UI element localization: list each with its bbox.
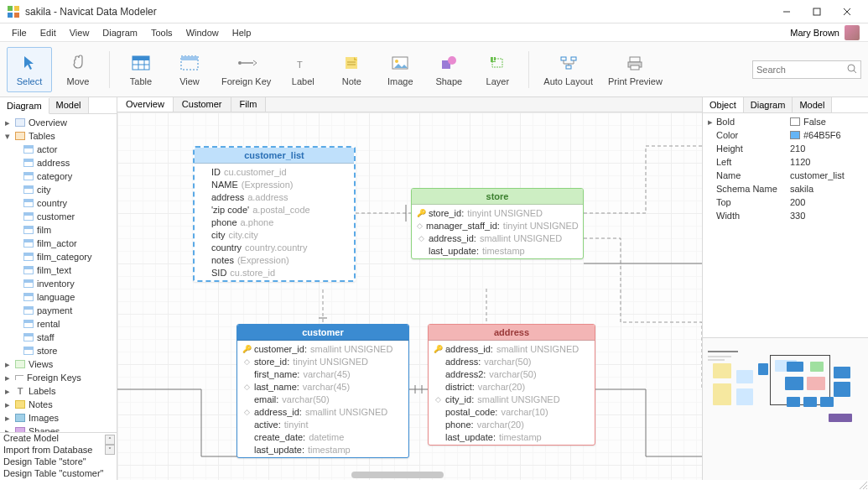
menu-diagram[interactable]: Diagram: [96, 26, 144, 39]
tree-table-item[interactable]: film_actor: [0, 237, 117, 250]
prop-width[interactable]: Width330: [703, 209, 868, 222]
diagram-canvas[interactable]: customer_list ID cu.customer_idNAME (Exp…: [117, 112, 702, 480]
field-row[interactable]: last_update: timestamp: [434, 430, 590, 443]
field-row[interactable]: ◇manager_staff_id: tinyint UNSIGNED: [417, 219, 578, 232]
field-row[interactable]: notes (Expression): [200, 253, 349, 266]
entity-address[interactable]: address 🔑address_id: smallint UNSIGNEDad…: [428, 324, 595, 446]
tree-table-item[interactable]: language: [0, 290, 117, 304]
tree-table-item[interactable]: country: [0, 196, 117, 210]
tree-table-item[interactable]: category: [0, 169, 117, 183]
prop-left[interactable]: Left1120: [703, 155, 868, 169]
tree-table-item[interactable]: customer: [0, 210, 117, 223]
entity-customer[interactable]: customer 🔑customer_id: smallint UNSIGNED…: [236, 324, 409, 458]
canvas-tab-overview[interactable]: Overview: [117, 97, 174, 112]
action-design-store[interactable]: Design Table "store": [0, 456, 117, 468]
field-row[interactable]: 'zip code' a.postal_code: [200, 203, 349, 216]
field-row[interactable]: address a.address: [200, 190, 349, 203]
entity-customer-list[interactable]: customer_list ID cu.customer_idNAME (Exp…: [193, 146, 356, 282]
tree-table-item[interactable]: inventory: [0, 277, 117, 290]
tree-table-item[interactable]: store: [0, 344, 117, 357]
field-row[interactable]: NAME (Expression): [200, 178, 349, 190]
canvas-tab-customer[interactable]: Customer: [174, 97, 231, 112]
tool-auto-layout[interactable]: Auto Layout: [538, 47, 599, 92]
action-design-customer[interactable]: Design Table "customer": [0, 468, 117, 480]
menu-help[interactable]: Help: [226, 26, 258, 39]
tree-table-item[interactable]: address: [0, 156, 117, 169]
prop-bold[interactable]: ▸BoldFalse: [703, 115, 868, 128]
tool-note[interactable]: Note: [329, 47, 374, 92]
field-row[interactable]: postal_code: varchar(10): [434, 405, 590, 418]
tool-select[interactable]: Select: [7, 47, 52, 92]
sidebar-tab-model[interactable]: Model: [49, 97, 89, 113]
field-row[interactable]: ID cu.customer_id: [200, 165, 349, 178]
right-tab-model[interactable]: Model: [793, 97, 832, 112]
prop-name[interactable]: Namecustomer_list: [703, 169, 868, 182]
field-row[interactable]: SID cu.store_id: [200, 266, 349, 279]
tree-foreign-keys[interactable]: ▸Foreign Keys: [0, 371, 117, 384]
prop-schema[interactable]: Schema Namesakila: [703, 182, 868, 195]
tool-shape[interactable]: Shape: [426, 47, 471, 92]
tree-table-item[interactable]: staff: [0, 331, 117, 344]
scroll-down-button[interactable]: ˅: [105, 445, 115, 455]
field-row[interactable]: ◇city_id: smallint UNSIGNED: [434, 393, 590, 405]
tool-image[interactable]: Image: [377, 47, 423, 92]
tool-move[interactable]: Move: [55, 47, 101, 92]
maximize-button[interactable]: [803, 2, 831, 22]
tree-table-item[interactable]: film: [0, 223, 117, 237]
prop-top[interactable]: Top200: [703, 195, 868, 209]
field-row[interactable]: country country.country: [200, 241, 349, 253]
field-row[interactable]: active: tinyint: [242, 418, 403, 430]
field-row[interactable]: 🔑customer_id: smallint UNSIGNED: [242, 342, 403, 355]
user-area[interactable]: Mary Brown: [790, 25, 863, 40]
tool-print-preview[interactable]: Print Preview: [602, 47, 668, 92]
menu-view[interactable]: View: [63, 26, 96, 39]
minimap[interactable]: [703, 337, 868, 480]
right-tab-object[interactable]: Object: [703, 97, 744, 112]
canvas-tab-film[interactable]: Film: [231, 97, 267, 112]
action-import-db[interactable]: Import from Database: [0, 445, 117, 456]
search-input[interactable]: [756, 65, 847, 75]
field-row[interactable]: ◇address_id: smallint UNSIGNED: [242, 405, 403, 418]
tree-table-item[interactable]: film_category: [0, 250, 117, 263]
field-row[interactable]: 🔑store_id: tinyint UNSIGNED: [417, 206, 578, 219]
prop-color[interactable]: Color#64B5F6: [703, 128, 868, 142]
tree-images[interactable]: ▸Images: [0, 411, 117, 425]
object-tree[interactable]: ▸Overview ▾Tables actoraddresscategoryci…: [0, 114, 117, 432]
field-row[interactable]: first_name: varchar(45): [242, 368, 403, 380]
tree-table-item[interactable]: rental: [0, 317, 117, 331]
tree-table-item[interactable]: film_text: [0, 263, 117, 277]
tree-table-item[interactable]: actor: [0, 143, 117, 156]
menu-window[interactable]: Window: [179, 26, 226, 39]
field-row[interactable]: city city.city: [200, 228, 349, 241]
resize-handle[interactable]: [858, 480, 868, 490]
menu-file[interactable]: File: [5, 26, 34, 39]
menu-tools[interactable]: Tools: [144, 26, 179, 39]
field-row[interactable]: create_date: datetime: [242, 430, 403, 443]
right-tab-diagram[interactable]: Diagram: [744, 97, 793, 112]
prop-height[interactable]: Height210: [703, 142, 868, 155]
field-row[interactable]: last_update: timestamp: [242, 443, 403, 456]
field-row[interactable]: last_update: timestamp: [417, 244, 578, 257]
scroll-up-button[interactable]: ˄: [105, 435, 115, 445]
field-row[interactable]: ◇last_name: varchar(45): [242, 380, 403, 393]
action-create-model[interactable]: Create Model: [0, 433, 117, 445]
field-row[interactable]: ◇address_id: smallint UNSIGNED: [417, 232, 578, 244]
field-row[interactable]: 🔑address_id: smallint UNSIGNED: [434, 342, 590, 355]
close-button[interactable]: [833, 2, 861, 22]
tree-tables[interactable]: ▾Tables: [0, 129, 117, 143]
tree-table-item[interactable]: city: [0, 183, 117, 196]
tree-views[interactable]: ▸Views: [0, 357, 117, 371]
horizontal-scrollbar[interactable]: [117, 470, 702, 480]
field-row[interactable]: district: varchar(20): [434, 380, 590, 393]
menu-edit[interactable]: Edit: [34, 26, 63, 39]
field-row[interactable]: phone: varchar(20): [434, 418, 590, 430]
field-row[interactable]: phone a.phone: [200, 216, 349, 228]
tool-view[interactable]: View: [167, 47, 212, 92]
minimize-button[interactable]: [772, 2, 801, 22]
tree-labels[interactable]: ▸TLabels: [0, 384, 117, 398]
tool-layer[interactable]: L Layer: [475, 47, 520, 92]
entity-store[interactable]: store 🔑store_id: tinyint UNSIGNED◇manage…: [411, 188, 584, 259]
tool-foreign-key[interactable]: Foreign Key: [216, 47, 277, 92]
tree-notes[interactable]: ▸Notes: [0, 398, 117, 411]
tree-shapes[interactable]: ▸Shapes: [0, 425, 117, 432]
